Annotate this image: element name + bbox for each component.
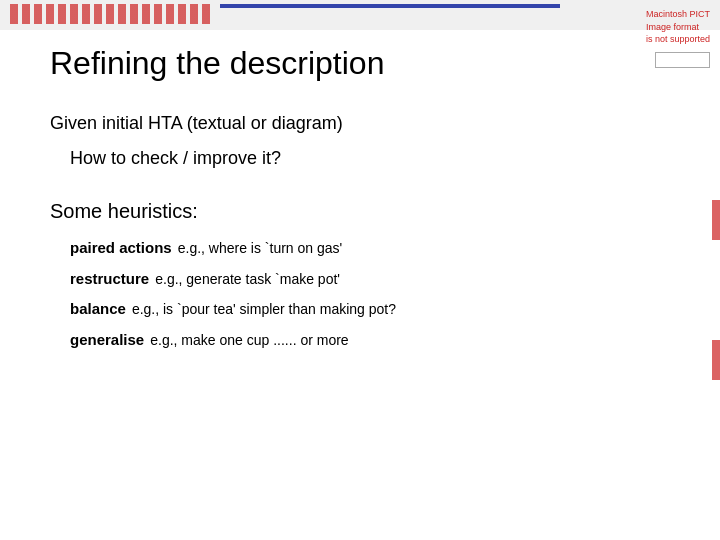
top-banner	[0, 0, 720, 30]
right-decorative-bar-2	[712, 340, 720, 380]
pict-image-placeholder	[655, 52, 710, 68]
heuristic-key-generalise: generalise	[70, 331, 144, 348]
heuristic-key-balance: balance	[70, 300, 126, 317]
heuristic-key-paired: paired actions	[70, 239, 172, 256]
heuristic-desc-restructure: e.g., generate task `make pot'	[155, 271, 340, 287]
heuristic-key-restructure: restructure	[70, 270, 149, 287]
heuristic-desc-generalise: e.g., make one cup ...... or more	[150, 332, 348, 348]
intro-line2: How to check / improve it?	[70, 145, 640, 172]
banner-red-pattern	[10, 4, 210, 24]
heuristics-list: paired actionse.g., where is `turn on ga…	[70, 237, 640, 351]
list-item: balancee.g., is `pour tea' simpler than …	[70, 298, 640, 321]
heuristic-desc-balance: e.g., is `pour tea' simpler than making …	[132, 301, 396, 317]
list-item: generalisee.g., make one cup ...... or m…	[70, 329, 640, 352]
main-content: Refining the description Given initial H…	[50, 35, 640, 520]
pict-notice: Macintosh PICT Image format is not suppo…	[646, 8, 710, 46]
banner-blue-line	[220, 4, 560, 8]
right-decorative-bar-1	[712, 200, 720, 240]
heuristics-heading: Some heuristics:	[50, 200, 640, 223]
list-item: paired actionse.g., where is `turn on ga…	[70, 237, 640, 260]
list-item: restructuree.g., generate task `make pot…	[70, 268, 640, 291]
intro-line1: Given initial HTA (textual or diagram)	[50, 110, 640, 137]
page-title: Refining the description	[50, 45, 640, 82]
heuristic-desc-paired: e.g., where is `turn on gas'	[178, 240, 343, 256]
